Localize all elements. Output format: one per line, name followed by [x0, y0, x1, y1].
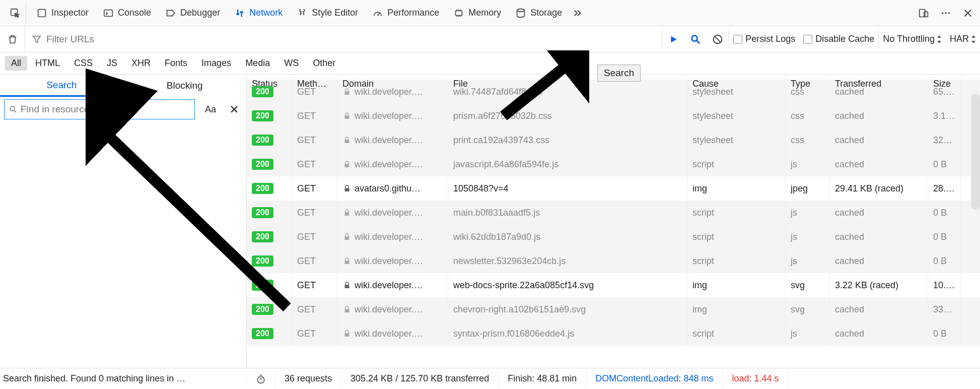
close-devtools-button[interactable]: [960, 5, 976, 21]
pick-element-button[interactable]: [4, 2, 26, 24]
table-row[interactable]: 200GETwiki.developer.…wiki.74487afd64f8.…: [247, 80, 980, 104]
side-tab-search[interactable]: Search: [0, 75, 123, 97]
overflow-tabs-button[interactable]: [569, 5, 585, 21]
cell-cause: img: [687, 273, 786, 297]
side-tab-blocking[interactable]: Blocking: [123, 75, 247, 97]
har-label: HAR: [950, 34, 969, 44]
case-sensitive-toggle[interactable]: Aa: [199, 99, 222, 119]
svg-rect-1: [38, 9, 46, 17]
type-filter-other[interactable]: Other: [307, 56, 341, 71]
status-pill: 200: [252, 207, 273, 218]
cell-size: 0 B: [928, 152, 961, 176]
cell-type: svg: [786, 273, 830, 297]
tab-debugger[interactable]: Debugger: [158, 0, 227, 26]
cell-domain: wiki.developer.…: [337, 104, 448, 128]
responsive-mode-button[interactable]: [916, 5, 932, 21]
block-button[interactable]: [707, 28, 729, 50]
cell-file: web-docs-sprite.22a6a085cf14.svg: [448, 273, 687, 297]
table-body[interactable]: 200GETwiki.developer.…wiki.74487afd64f8.…: [247, 80, 980, 354]
cell-file: syntax-prism.f016806edde4.js: [448, 321, 687, 346]
type-filter-fonts[interactable]: Fonts: [159, 56, 193, 71]
disable-cache-checkbox[interactable]: Disable Cache: [799, 34, 878, 44]
type-filter-all[interactable]: All: [5, 56, 27, 71]
search-toggle-button[interactable]: [684, 28, 707, 50]
performance-icon: [372, 8, 383, 19]
cell-method: GET: [292, 273, 337, 297]
cell-type: js: [786, 321, 830, 346]
table-row[interactable]: 200GETwiki.developer.…syntax-prism.f0168…: [247, 321, 980, 346]
table-row[interactable]: 200GETavatars0.githu…1050848?v=4imgjpeg2…: [247, 176, 980, 201]
filter-urls-input[interactable]: [46, 34, 656, 45]
clear-button[interactable]: [0, 26, 25, 52]
persist-logs-checkbox[interactable]: Persist Logs: [729, 34, 799, 44]
cell-size: 33…: [928, 297, 961, 321]
tab-network[interactable]: Network: [227, 0, 290, 26]
cell-domain: wiki.developer.…: [337, 152, 448, 176]
requests-count: 36 requests: [275, 368, 341, 389]
main-area: Search Blocking Aa Status Meth… Domain F…: [0, 75, 980, 368]
cell-size: 0 B: [928, 321, 961, 346]
table-row[interactable]: 200GETwiki.developer.…chevron-right.a102…: [247, 297, 980, 321]
type-filter-css[interactable]: CSS: [68, 56, 99, 71]
cell-file: print.ca192a439743.css: [448, 128, 687, 152]
status-pill: 200: [252, 110, 273, 121]
tab-storage[interactable]: Storage: [508, 0, 569, 26]
responsive-icon: [918, 8, 929, 19]
scrollbar[interactable]: [971, 94, 980, 210]
table-row[interactable]: 200GETwiki.developer.…javascript.64a86fa…: [247, 152, 980, 176]
svg-point-4: [517, 9, 525, 12]
side-panel: Search Blocking Aa: [0, 75, 247, 368]
svg-rect-3: [456, 11, 462, 15]
cell-size: 0 B: [928, 201, 961, 225]
cell-type: css: [786, 80, 830, 104]
tab-inspector[interactable]: Inspector: [29, 0, 96, 26]
performance-profile-button[interactable]: [247, 368, 275, 389]
updown-icon: [937, 35, 942, 43]
lock-icon: [342, 232, 352, 241]
tab-label: Storage: [530, 8, 562, 18]
cell-transferred: cached: [830, 201, 928, 225]
throttling-select[interactable]: No Throttling: [879, 34, 946, 44]
close-search-button[interactable]: [226, 101, 242, 117]
status-pill: 200: [252, 255, 273, 267]
tab-style-editor[interactable]: Style Editor: [290, 0, 365, 26]
cell-type: js: [786, 249, 830, 273]
cell-transferred: cached: [830, 321, 928, 346]
tab-console[interactable]: Console: [96, 0, 158, 26]
table-row[interactable]: 200GETwiki.developer.…newsletter.532963e…: [247, 249, 980, 273]
search-tooltip: Search: [597, 64, 641, 82]
type-filter-ws[interactable]: WS: [278, 56, 305, 71]
lock-icon: [342, 184, 352, 193]
play-button[interactable]: [662, 28, 684, 50]
tab-performance[interactable]: Performance: [365, 0, 446, 26]
lock-icon: [342, 87, 352, 96]
chevron-double-right-icon: [572, 8, 583, 19]
table-row[interactable]: 200GETwiki.developer.…web-docs-sprite.22…: [247, 273, 980, 297]
lock-icon: [342, 136, 352, 145]
side-tab-label: Search: [46, 80, 77, 91]
find-in-resources-input[interactable]: [21, 104, 190, 115]
type-filter-html[interactable]: HTML: [29, 56, 66, 71]
cell-size: 3.1…: [928, 104, 961, 128]
type-filter-media[interactable]: Media: [239, 56, 276, 71]
table-row[interactable]: 200GETwiki.developer.…main.b0f831aaadf5.…: [247, 201, 980, 225]
svg-point-8: [945, 12, 947, 14]
stopwatch-icon: [256, 374, 266, 384]
har-select[interactable]: HAR: [946, 34, 980, 44]
disable-cache-label: Disable Cache: [815, 34, 874, 44]
tab-memory[interactable]: Memory: [446, 0, 508, 26]
cell-cause: img: [687, 297, 786, 321]
cell-method: GET: [292, 176, 337, 201]
type-filter-xhr[interactable]: XHR: [125, 56, 157, 71]
table-row[interactable]: 200GETwiki.developer.…wiki.62ddb187a9d0.…: [247, 225, 980, 249]
persist-logs-label: Persist Logs: [745, 34, 795, 44]
svg-rect-2: [104, 10, 113, 16]
type-filter-js[interactable]: JS: [101, 56, 123, 71]
table-row[interactable]: 200GETwiki.developer.…prism.a6f275e5032b…: [247, 104, 980, 128]
cell-method: GET: [292, 225, 337, 249]
type-filter-images[interactable]: Images: [195, 56, 237, 71]
storage-icon: [515, 8, 526, 19]
table-row[interactable]: 200GETwiki.developer.…print.ca192a439743…: [247, 128, 980, 152]
cell-method: GET: [292, 201, 337, 225]
kebab-menu-button[interactable]: [938, 5, 954, 21]
